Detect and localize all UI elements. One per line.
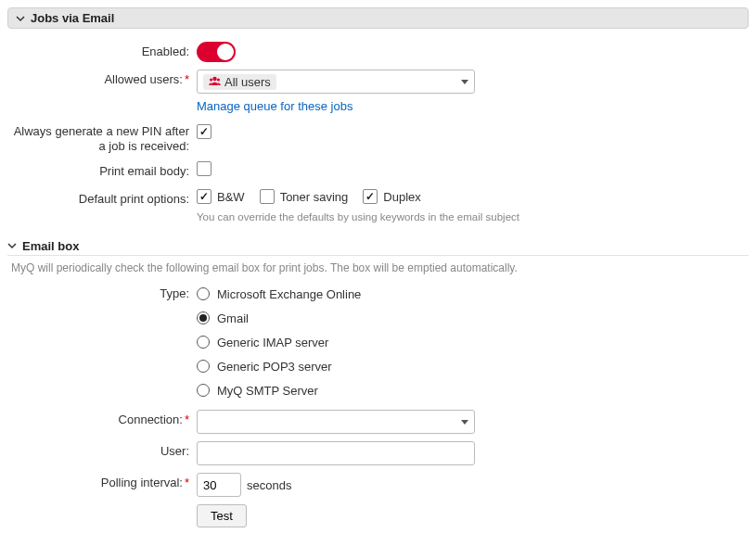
caret-down-icon	[461, 80, 468, 84]
section-title: Email box	[22, 239, 79, 253]
allowed-users-chip: All users	[203, 74, 276, 90]
enabled-toggle[interactable]	[197, 42, 236, 62]
label-connection: Connection:	[119, 413, 183, 426]
section-header-email-box[interactable]: Email box	[7, 239, 749, 253]
svg-point-0	[212, 76, 216, 80]
allowed-users-chip-label: All users	[224, 75, 271, 89]
duplex-label[interactable]: Duplex	[383, 190, 420, 204]
label-print-email-body: Print email body:	[7, 161, 197, 182]
bw-checkbox[interactable]	[197, 189, 211, 204]
polling-interval-input[interactable]	[197, 473, 241, 497]
manage-queue-link[interactable]: Manage queue for these jobs	[197, 99, 352, 113]
toner-saving-checkbox[interactable]	[260, 189, 275, 204]
print-email-body-checkbox[interactable]	[197, 161, 211, 176]
type-radio-gmail-label[interactable]: Gmail	[217, 311, 249, 325]
test-button[interactable]: Test	[197, 504, 247, 527]
label-allowed-users: Allowed users:	[104, 72, 183, 86]
label-user: User:	[7, 441, 197, 462]
label-default-print-options: Default print options:	[7, 189, 197, 210]
type-radio-mso[interactable]	[197, 287, 210, 300]
type-radio-mso-label[interactable]: Microsoft Exchange Online	[217, 287, 361, 301]
polling-interval-unit: seconds	[247, 478, 291, 492]
label-enabled: Enabled:	[7, 42, 197, 62]
chevron-down-icon	[16, 14, 25, 23]
label-polling-interval: Polling interval:	[101, 476, 183, 489]
label-type: Type:	[7, 284, 197, 304]
duplex-checkbox[interactable]	[363, 189, 378, 204]
toner-saving-label[interactable]: Toner saving	[280, 190, 349, 204]
generate-pin-checkbox[interactable]	[197, 124, 211, 139]
required-marker: *	[185, 72, 189, 86]
email-box-description: MyQ will periodically check the followin…	[11, 261, 749, 274]
svg-point-1	[210, 78, 212, 81]
type-radio-pop3-label[interactable]: Generic POP3 server	[217, 360, 332, 374]
bw-label[interactable]: B&W	[217, 190, 245, 204]
user-input[interactable]	[197, 441, 475, 465]
users-icon	[209, 76, 221, 88]
type-radio-pop3[interactable]	[197, 360, 210, 373]
allowed-users-select[interactable]: All users	[197, 70, 475, 94]
type-radio-imap[interactable]	[197, 336, 210, 349]
section-title: Jobs via Email	[31, 11, 114, 25]
type-radio-myq[interactable]	[197, 384, 210, 397]
caret-down-icon	[461, 420, 468, 425]
defaults-hint: You can override the defaults by using k…	[197, 211, 749, 222]
required-marker: *	[185, 413, 189, 426]
type-radio-imap-label[interactable]: Generic IMAP server	[217, 336, 328, 349]
required-marker: *	[185, 476, 189, 489]
label-generate-pin: Always generate a new PIN after a job is…	[7, 124, 197, 154]
type-radio-gmail[interactable]	[197, 311, 210, 324]
connection-select[interactable]	[197, 410, 475, 434]
toggle-knob	[217, 44, 234, 60]
chevron-down-icon	[7, 239, 17, 253]
section-header-jobs-via-email[interactable]: Jobs via Email	[7, 7, 749, 29]
type-radio-myq-label[interactable]: MyQ SMTP Server	[217, 384, 318, 398]
svg-point-2	[217, 78, 220, 81]
